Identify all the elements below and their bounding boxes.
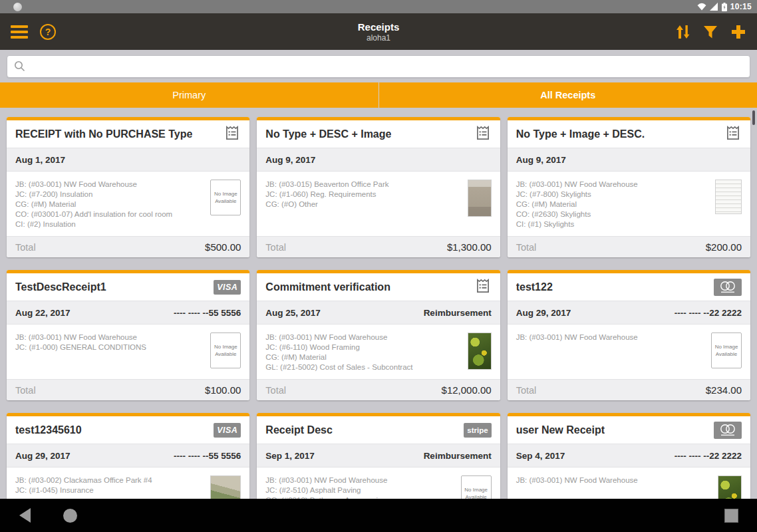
receipt-date: Aug 22, 2017: [15, 308, 71, 318]
receipt-title: RECEIPT with No PURCHASE Type: [15, 128, 192, 140]
receipt-date-row: Aug 29, 2017---- ---- --22 2222: [508, 301, 750, 325]
receipt-details: JB: (#03-001) NW Food WarehouseJC: (#7-8…: [508, 172, 750, 236]
receipt-icon: [474, 124, 492, 144]
back-button[interactable]: [8, 499, 41, 532]
filter-button[interactable]: [701, 23, 720, 41]
receipt-details: JB: (#03-001) NW Food WarehouseJC: (#1-0…: [7, 325, 249, 379]
total-amount: $234.00: [706, 384, 742, 396]
receipt-title: Receipt Desc: [265, 424, 333, 436]
detail-line: JB: (#03-001) NW Food Warehouse: [516, 180, 638, 190]
receipt-date-row: Aug 22, 2017---- ---- --55 5556: [7, 301, 249, 325]
receipt-date-meta: Reimbursement: [424, 308, 492, 318]
mastercard-badge: [714, 422, 742, 439]
help-button[interactable]: ?: [39, 23, 57, 41]
home-button[interactable]: [53, 499, 86, 532]
scrollbar[interactable]: [752, 110, 755, 125]
tab-all-receipts[interactable]: All Receipts: [378, 82, 757, 108]
detail-line: JB: (#03-001) NW Food Warehouse: [265, 475, 387, 485]
receipt-date: Sep 4, 2017: [516, 451, 565, 461]
back-icon: [19, 508, 31, 523]
hamburger-icon: [11, 25, 28, 39]
receipt-photo-thumbnail: [468, 180, 492, 217]
detail-line: JC: (#1-000) GENERAL CONDITIONS: [15, 342, 146, 352]
receipt-icon: [724, 124, 742, 144]
receipt-card[interactable]: test12345610VISAAug 29, 2017---- ---- --…: [7, 413, 249, 499]
search-box[interactable]: [7, 55, 750, 78]
search-input[interactable]: [31, 61, 743, 72]
receipt-card[interactable]: user New ReceiptSep 4, 2017---- ---- --2…: [508, 413, 750, 499]
visa-badge-label: VISA: [217, 426, 237, 435]
page-title: Receipts: [358, 21, 400, 33]
receipt-card[interactable]: Commitment verificationAug 25, 2017Reimb…: [257, 270, 500, 400]
receipt-title: test12345610: [15, 424, 82, 436]
total-label: Total: [516, 385, 537, 396]
total-amount: $100.00: [205, 384, 241, 396]
photo-thumbnail: [718, 475, 742, 499]
receipt-date: Aug 25, 2017: [265, 308, 321, 318]
total-label: Total: [265, 385, 286, 396]
sort-icon: [675, 23, 690, 41]
receipt-card[interactable]: No Type + Image + DESC.Aug 9, 2017JB: (#…: [508, 117, 750, 257]
total-label: Total: [15, 242, 36, 253]
recents-button[interactable]: [714, 499, 748, 532]
receipt-photo-thumbnail: [715, 180, 742, 214]
detail-lines: JB: (#03-001) NW Food WarehouseJC: (#2-5…: [265, 475, 392, 499]
tab-primary[interactable]: Primary: [0, 82, 378, 108]
detail-line: JC: (#7-200) Insulation: [15, 190, 172, 200]
receipt-card[interactable]: RECEIPT with No PURCHASE TypeAug 1, 2017…: [7, 117, 249, 257]
receipt-details: JB: (#03-001) NW Food WarehouseJC: (#6-1…: [257, 325, 500, 379]
home-icon: [63, 509, 77, 523]
clock: 10:15: [730, 2, 752, 11]
receipt-date: Aug 1, 2017: [15, 155, 65, 165]
app-screen: 10:15 ? Receipts aloha1: [0, 0, 757, 532]
detail-line: JB: (#03-001) NW Food Warehouse: [516, 332, 638, 342]
no-image-placeholder: No Image Available: [210, 180, 241, 215]
receipt-details: JB: (#03-001) NW Food WarehouseJC: (#7-2…: [7, 172, 249, 236]
add-receipt-button[interactable]: [729, 23, 748, 41]
detail-line: CG: (#M) Material: [15, 200, 172, 209]
visa-badge-label: VISA: [217, 283, 237, 292]
receipt-details: JB: (#03-015) Beaverton Office ParkJC: (…: [257, 172, 500, 236]
status-system-icons: 10:15: [697, 2, 752, 11]
total-label: Total: [15, 385, 36, 396]
detail-line: JC: (#2-510) Asphalt Paving: [265, 485, 387, 495]
receipt-date: Aug 9, 2017: [265, 155, 315, 165]
card-header: RECEIPT with No PURCHASE Type: [7, 120, 249, 148]
receipt-title: TestDescReceipt1: [15, 281, 106, 293]
total-amount: $500.00: [205, 241, 241, 253]
detail-line: JB: (#03-001) NW Food Warehouse: [265, 332, 412, 342]
receipt-total-row: Total$12,000.00: [257, 379, 500, 400]
status-bar: 10:15: [0, 0, 757, 13]
detail-line: CG: (#M) Material: [516, 200, 638, 209]
wifi-icon: [697, 3, 706, 11]
detail-line: JC: (#7-800) Skylights: [516, 190, 638, 200]
receipt-card[interactable]: test122Aug 29, 2017---- ---- --22 2222JB…: [508, 270, 750, 400]
notification-dot-icon: [13, 3, 22, 11]
sort-button[interactable]: [673, 22, 692, 42]
card-header: test12345610VISA: [7, 416, 249, 444]
receipt-date-row: Aug 9, 2017: [257, 148, 500, 172]
cellular-signal-icon: [710, 3, 718, 11]
receipt-card[interactable]: TestDescReceipt1VISAAug 22, 2017---- ---…: [7, 270, 249, 400]
receipt-date: Aug 29, 2017: [516, 308, 571, 318]
card-header: Receipt Descstripe: [257, 416, 500, 444]
card-header: TestDescReceipt1VISA: [7, 273, 249, 301]
receipt-card[interactable]: Receipt DescstripeSep 1, 2017Reimburseme…: [257, 413, 500, 499]
detail-line: JB: (#03-002) Clackamas Office Park #4: [15, 475, 152, 485]
total-label: Total: [265, 242, 286, 253]
detail-line: JB: (#03-001) NW Food Warehouse: [15, 332, 146, 342]
detail-line: JB: (#03-001) NW Food Warehouse: [516, 475, 638, 485]
receipt-list-area: RECEIPT with No PURCHASE TypeAug 1, 2017…: [0, 108, 757, 499]
detail-line: JB: (#03-015) Beaverton Office Park: [265, 180, 388, 190]
receipt-date-meta: ---- ---- --22 2222: [675, 308, 742, 318]
menu-button[interactable]: [9, 24, 29, 40]
receipt-total-row: Total$1,300.00: [257, 236, 500, 257]
card-header: No Type + DESC + Image: [257, 120, 500, 148]
receipt-date: Sep 1, 2017: [265, 451, 315, 461]
receipt-title: Commitment verification: [265, 281, 390, 293]
detail-line: JC: (#1-060) Reg. Requirements: [265, 190, 388, 200]
photo-thumbnail: [468, 332, 492, 370]
receipt-card[interactable]: No Type + DESC + ImageAug 9, 2017JB: (#0…: [257, 117, 500, 257]
total-amount: $12,000.00: [442, 384, 492, 396]
receipt-icon: [224, 124, 241, 144]
